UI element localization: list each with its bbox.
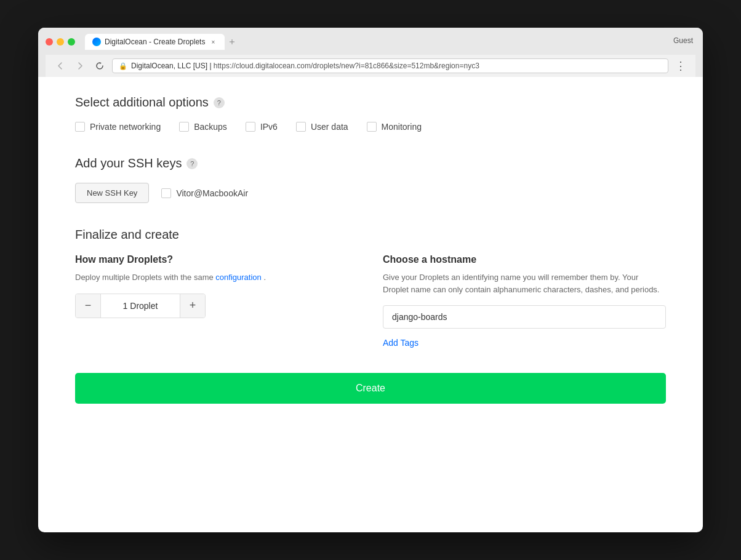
finalize-title: Finalize and create: [75, 228, 666, 242]
additional-options-section: Select additional options ? Private netw…: [75, 95, 666, 132]
close-window-button[interactable]: [46, 38, 53, 46]
new-ssh-key-button[interactable]: New SSH Key: [75, 183, 149, 203]
droplets-count-section: How many Droplets? Deploy multiple Dropl…: [75, 254, 358, 348]
private-networking-option[interactable]: Private networking: [75, 122, 161, 132]
decrement-droplets-button[interactable]: −: [76, 294, 100, 318]
additional-options-help[interactable]: ?: [214, 97, 225, 108]
lock-icon: 🔒: [119, 62, 127, 70]
traffic-lights: [46, 38, 75, 46]
backups-label: Backups: [194, 122, 227, 132]
monitoring-option[interactable]: Monitoring: [367, 122, 422, 132]
private-networking-checkbox[interactable]: [75, 122, 85, 132]
hostname-desc: Give your Droplets an identifying name y…: [383, 271, 666, 295]
droplet-count-value: 1 Droplet: [100, 294, 180, 318]
more-options-button[interactable]: ⋮: [673, 58, 688, 73]
address-company: DigitalOcean, LLC [US]: [131, 62, 207, 70]
monitoring-label: Monitoring: [382, 122, 422, 132]
browser-tab[interactable]: DigitalOcean - Create Droplets ×: [85, 34, 225, 50]
configuration-link[interactable]: configuration: [215, 273, 261, 282]
existing-key-checkbox[interactable]: [161, 188, 171, 198]
ipv6-checkbox[interactable]: [246, 122, 255, 132]
ssh-keys-title-text: Add your SSH keys: [75, 156, 182, 170]
user-data-label: User data: [311, 122, 348, 132]
ipv6-option[interactable]: IPv6: [246, 122, 278, 132]
address-text: DigitalOcean, LLC [US] | https://cloud.d…: [131, 62, 662, 70]
finalize-title-text: Finalize and create: [75, 228, 179, 242]
ssh-keys-title: Add your SSH keys ?: [75, 156, 666, 170]
droplets-desc-suffix: .: [263, 273, 266, 282]
droplet-counter: − 1 Droplet +: [75, 294, 206, 318]
existing-key-option[interactable]: Vitor@MacbookAir: [161, 188, 248, 198]
additional-options-title-text: Select additional options: [75, 95, 209, 110]
monitoring-checkbox[interactable]: [367, 122, 377, 132]
droplets-count-title: How many Droplets?: [75, 254, 358, 265]
finalize-section: Finalize and create How many Droplets? D…: [75, 228, 666, 348]
back-button[interactable]: [53, 58, 68, 73]
address-url: https://cloud.digitalocean.com/droplets/…: [214, 62, 479, 70]
increment-droplets-button[interactable]: +: [180, 294, 205, 318]
additional-options-title: Select additional options ?: [75, 95, 666, 110]
svg-rect-1: [232, 39, 233, 44]
hostname-title: Choose a hostname: [383, 254, 666, 265]
browser-nav: 🔒 DigitalOcean, LLC [US] | https://cloud…: [46, 55, 695, 77]
ssh-keys-section: Add your SSH keys ? New SSH Key Vitor@Ma…: [75, 156, 666, 203]
address-bar[interactable]: 🔒 DigitalOcean, LLC [US] | https://cloud…: [112, 58, 668, 73]
existing-key-label: Vitor@MacbookAir: [176, 188, 248, 198]
tab-bar: DigitalOcean - Create Droplets ×: [85, 34, 695, 50]
hostname-input[interactable]: [383, 305, 666, 329]
ssh-row: New SSH Key Vitor@MacbookAir: [75, 183, 666, 203]
droplets-desc-prefix: Deploy multiple Droplets with the same: [75, 273, 214, 282]
browser-controls: DigitalOcean - Create Droplets × Guest: [46, 34, 695, 50]
user-data-checkbox[interactable]: [296, 122, 306, 132]
private-networking-label: Private networking: [90, 122, 161, 132]
options-row: Private networking Backups IPv6 User dat…: [75, 122, 666, 132]
tab-close-button[interactable]: ×: [209, 38, 217, 46]
backups-checkbox[interactable]: [179, 122, 189, 132]
ssh-keys-help[interactable]: ?: [186, 158, 198, 169]
hostname-section: Choose a hostname Give your Droplets an …: [383, 254, 666, 348]
backups-option[interactable]: Backups: [179, 122, 227, 132]
add-tags-link[interactable]: Add Tags: [383, 338, 419, 348]
droplets-count-desc: Deploy multiple Droplets with the same c…: [75, 271, 358, 284]
user-data-option[interactable]: User data: [296, 122, 348, 132]
tab-favicon: [92, 38, 101, 46]
forward-button[interactable]: [73, 58, 87, 73]
guest-label: Guest: [673, 36, 693, 45]
tab-title: DigitalOcean - Create Droplets: [105, 38, 205, 46]
maximize-window-button[interactable]: [68, 38, 75, 46]
browser-titlebar: DigitalOcean - Create Droplets × Guest: [38, 28, 703, 77]
refresh-button[interactable]: [92, 58, 107, 73]
browser-window: DigitalOcean - Create Droplets × Guest: [38, 28, 703, 532]
minimize-window-button[interactable]: [57, 38, 64, 46]
create-button[interactable]: Create: [75, 373, 666, 404]
new-tab-button[interactable]: [225, 34, 239, 49]
ipv6-label: IPv6: [260, 122, 278, 132]
page-content: Select additional options ? Private netw…: [38, 77, 703, 441]
finalize-grid: How many Droplets? Deploy multiple Dropl…: [75, 254, 666, 348]
